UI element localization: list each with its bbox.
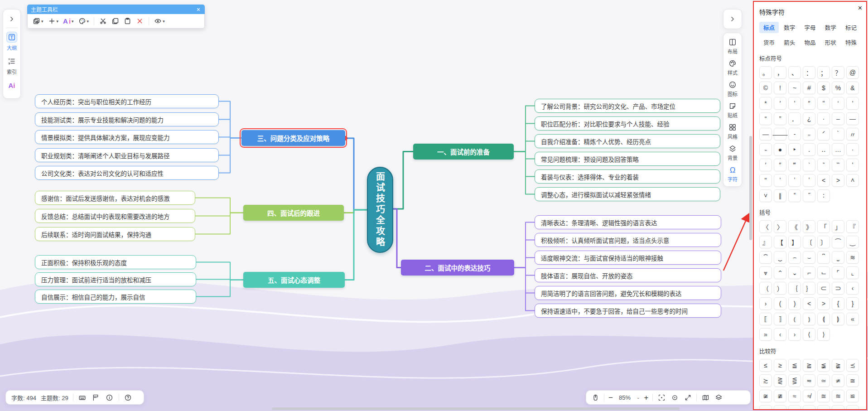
char-cell[interactable]: …: [832, 143, 844, 156]
char-cell[interactable]: ”: [774, 112, 786, 125]
char-tab-数字[interactable]: 数字: [780, 22, 799, 33]
duplicate-topic-button[interactable]: ▾: [31, 16, 45, 26]
char-cell[interactable]: ？: [832, 66, 844, 79]
char-cell[interactable]: ‵: [803, 159, 815, 171]
branch-topic-b2[interactable]: 二、面试中的表达技巧: [401, 260, 514, 276]
right-toolbar-item-风格[interactable]: 风格: [728, 123, 738, 140]
vertical-scrollbar[interactable]: [749, 136, 752, 240]
char-cell[interactable]: （: [759, 282, 772, 295]
char-cell[interactable]: ʹ: [846, 159, 859, 171]
char-cell[interactable]: ｀: [832, 128, 844, 140]
char-cell[interactable]: ): [788, 297, 801, 310]
topic-node[interactable]: 用简洁明了的语言回答问题，避免冗长和模糊的表达: [535, 286, 721, 300]
layers-button[interactable]: [714, 393, 723, 402]
char-cell[interactable]: ≆: [759, 390, 772, 402]
char-cell[interactable]: ≉: [803, 390, 815, 402]
char-cell[interactable]: ⟨: [803, 328, 815, 341]
char-cell[interactable]: ｛: [788, 282, 801, 295]
char-cell[interactable]: ‹: [774, 328, 786, 341]
char-cell[interactable]: ⦆: [803, 313, 815, 325]
char-cell[interactable]: ʺ: [817, 97, 830, 110]
topic-node[interactable]: 正面积极：保持积极乐观的态度: [35, 255, 196, 269]
char-cell[interactable]: >: [817, 297, 830, 310]
topic-node[interactable]: 后续联系：适时询问面试结果，保持沟通: [35, 227, 195, 241]
zoom-in-button[interactable]: +: [644, 394, 648, 401]
right-toolbar-item-布局[interactable]: 布局: [728, 38, 738, 55]
topic-node[interactable]: 了解公司背景：研究公司的文化、产品、市场定位: [535, 99, 720, 113]
char-cell[interactable]: ≥: [774, 359, 786, 372]
topic-node[interactable]: 压力管理：面试前进行适当的放松和减压: [35, 272, 196, 286]
char-cell[interactable]: 」: [832, 220, 844, 233]
char-cell[interactable]: ·: [846, 143, 859, 156]
topic-node[interactable]: 自信展示：相信自己的能力，展示自信: [35, 290, 196, 304]
copy-button[interactable]: [110, 16, 121, 26]
char-cell[interactable]: ⸻: [774, 128, 786, 140]
char-cell[interactable]: ⟭: [832, 313, 844, 325]
char-cell[interactable]: ⟧: [774, 313, 786, 325]
char-cell[interactable]: ≏: [788, 405, 801, 410]
horizontal-scrollbar[interactable]: [272, 407, 680, 410]
char-cell[interactable]: ≩: [832, 359, 844, 372]
char-cell[interactable]: ⌞: [846, 266, 859, 279]
char-cell[interactable]: &: [846, 82, 859, 94]
char-cell[interactable]: ｝: [803, 282, 815, 295]
ai-button[interactable]: Ai ▾: [62, 16, 75, 26]
char-cell[interactable]: #: [803, 82, 815, 94]
char-cell[interactable]: %: [832, 82, 844, 94]
char-tab-物品[interactable]: 物品: [800, 37, 820, 48]
keyboard-shortcuts-button[interactable]: [78, 393, 87, 402]
char-cell[interactable]: ⋚: [788, 374, 801, 387]
char-cell[interactable]: 〕: [817, 236, 830, 248]
char-cell[interactable]: ’: [846, 97, 859, 110]
char-cell[interactable]: ≌: [846, 390, 859, 402]
char-cell[interactable]: ；: [817, 66, 830, 79]
char-cell[interactable]: ≾: [846, 359, 859, 372]
char-cell[interactable]: ‴: [788, 159, 801, 171]
topic-node[interactable]: 肢体语言：展现自信、开放的姿态: [535, 268, 721, 282]
char-cell[interactable]: ₌: [803, 128, 815, 140]
char-cell[interactable]: 【: [774, 236, 786, 248]
char-cell[interactable]: ›: [788, 328, 801, 341]
char-cell[interactable]: ⌃: [774, 266, 786, 279]
center-view-button[interactable]: [670, 393, 679, 402]
cut-button[interactable]: [98, 16, 108, 26]
char-tab-特殊[interactable]: 特殊: [841, 37, 861, 48]
fullscreen-button[interactable]: [683, 393, 692, 402]
info-button[interactable]: [105, 393, 114, 402]
char-cell[interactable]: ≦: [788, 359, 801, 372]
zoom-level[interactable]: 85%: [617, 394, 632, 401]
topic-node[interactable]: 积极倾听：认真倾听面试官问题，适当点头示意: [535, 233, 721, 247]
topic-node[interactable]: 着装与仪表：选择得体、专业的着装: [535, 169, 720, 184]
topic-node[interactable]: 反馈总结：总结面试中的表现和需要改进的地方: [35, 209, 195, 223]
right-toolbar-item-背景[interactable]: 背景: [728, 144, 738, 161]
char-cell[interactable]: 』: [759, 236, 772, 248]
char-cell[interactable]: ‷: [832, 159, 844, 171]
char-cell[interactable]: ∥: [774, 189, 786, 202]
topic-toolbar-titlebar[interactable]: 主题工具栏 ×: [27, 5, 205, 14]
palette-button[interactable]: ▾: [77, 16, 91, 26]
chevron-down-icon[interactable]: ⌄: [637, 395, 640, 400]
char-cell[interactable]: ‥: [817, 143, 830, 156]
char-cell[interactable]: *: [759, 97, 772, 110]
char-cell[interactable]: 〔: [803, 236, 815, 248]
char-cell[interactable]: ˵: [759, 143, 772, 156]
char-cell[interactable]: «: [846, 313, 859, 325]
char-cell[interactable]: ⏟: [774, 251, 786, 264]
topic-node[interactable]: 职业规划类：清晰阐述个人职业目标与发展路径: [35, 148, 219, 162]
expand-sidebar-button[interactable]: [6, 13, 18, 25]
char-cell[interactable]: ⌜: [832, 266, 844, 279]
char-cell[interactable]: ›: [759, 297, 772, 310]
char-cell[interactable]: ：: [803, 66, 815, 79]
char-cell[interactable]: ≅: [846, 374, 859, 387]
topic-node[interactable]: 调整心态，进行模拟面试以减轻紧张情绪: [535, 187, 720, 201]
char-cell[interactable]: ≂: [803, 374, 815, 387]
char-cell[interactable]: ‣: [788, 143, 801, 156]
char-cell[interactable]: ≄: [832, 374, 844, 387]
char-cell[interactable]: ⌐: [803, 266, 815, 279]
topic-node[interactable]: 情景模拟类：提供具体解决方案，展现应变能力: [35, 130, 219, 144]
char-cell[interactable]: ⟩: [817, 328, 830, 341]
right-toolbar-item-字符[interactable]: Ω字符: [728, 165, 738, 183]
char-cell[interactable]: ∶: [817, 189, 830, 202]
ruler-button[interactable]: [92, 393, 101, 402]
char-tab-标记[interactable]: 标记: [841, 22, 861, 33]
